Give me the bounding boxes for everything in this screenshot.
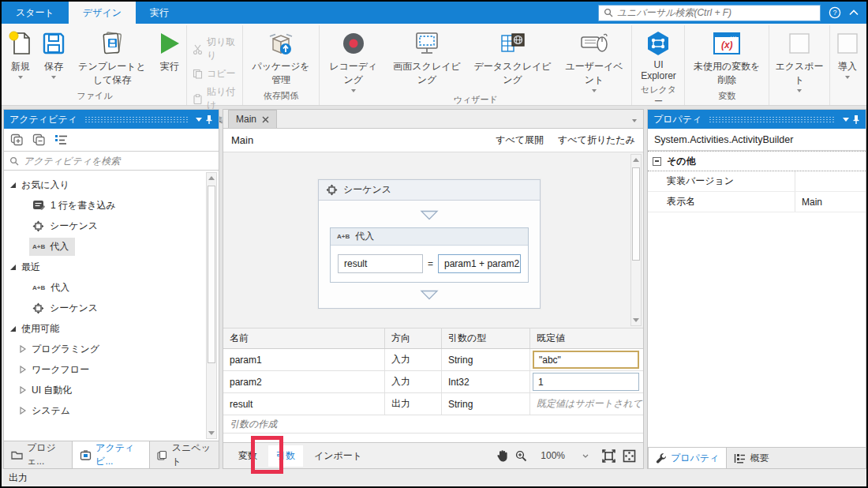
scroll-down-icon[interactable] <box>207 428 216 438</box>
tree-category-programming[interactable]: プログラミング <box>4 339 219 359</box>
output-label[interactable]: 出力 <box>9 471 28 485</box>
col-header-name[interactable]: 名前 <box>223 328 385 348</box>
user-events-button[interactable]: ユーザーイベント <box>562 29 626 92</box>
tree-category-ui-automation[interactable]: UI 自動化 <box>4 380 219 400</box>
sequence-header[interactable]: シーケンス <box>319 180 540 201</box>
ui-explorer-button[interactable]: UI Explorer <box>638 29 679 82</box>
assign-header[interactable]: A+B 代入 <box>331 228 528 246</box>
arg-direction[interactable]: 入力 <box>385 349 442 370</box>
create-argument-link[interactable]: 引数の作成 <box>223 415 643 434</box>
col-header-direction[interactable]: 方向 <box>385 328 442 348</box>
tree-item-write-line[interactable]: 1 行を書き込み <box>4 195 219 216</box>
assign-value-field[interactable]: param1 + param2.T <box>438 254 521 273</box>
tab-properties[interactable]: プロパティ <box>648 448 727 468</box>
tree-item-sequence[interactable]: シーケンス <box>4 216 219 236</box>
pin-icon[interactable] <box>205 114 213 125</box>
fit-to-screen-icon[interactable] <box>602 449 615 463</box>
col-header-default[interactable]: 既定値 <box>530 328 643 348</box>
tree-item-assign-selected[interactable]: A+B 代入 <box>4 236 219 257</box>
section-misc[interactable]: その他 <box>648 151 866 171</box>
tab-design[interactable]: デザイン <box>69 2 136 24</box>
chevron-down-icon[interactable] <box>196 118 202 122</box>
tree-item-assign[interactable]: A+B 代入 <box>4 277 219 298</box>
arg-direction[interactable]: 入力 <box>385 371 442 392</box>
collapse-all-link[interactable]: すべて折りたたみ <box>558 133 635 147</box>
tab-outline[interactable]: 概要 <box>727 448 776 468</box>
tree-category-available[interactable]: 使用可能 <box>4 318 219 339</box>
breadcrumb[interactable]: Main <box>231 134 253 146</box>
expand-all-link[interactable]: すべて展開 <box>496 133 544 147</box>
argument-row[interactable]: param2 入力 Int32 1 <box>223 371 643 393</box>
tab-start[interactable]: スタート <box>2 2 69 24</box>
pan-icon[interactable] <box>496 449 508 462</box>
property-value-field[interactable]: Main <box>795 192 866 212</box>
property-value-field[interactable] <box>795 171 866 191</box>
tree-category-system[interactable]: システム <box>4 400 219 421</box>
import-button[interactable]: 導入 <box>836 29 859 79</box>
tab-list-dropdown-icon[interactable] <box>632 119 637 122</box>
tab-snippets[interactable]: スニペット <box>150 441 219 468</box>
recording-button[interactable]: レコーディング <box>325 29 381 92</box>
argument-row[interactable]: result 出力 String 既定値はサポートされてい... <box>223 393 643 415</box>
zoom-level-select[interactable]: 100% <box>534 448 595 464</box>
run-button[interactable]: 実行 <box>159 29 181 73</box>
universal-search-input[interactable] <box>617 7 815 18</box>
tree-category-favorites[interactable]: お気に入り <box>4 175 219 195</box>
assign-activity[interactable]: A+B 代入 result = param1 + param2.T <box>330 227 529 283</box>
activities-search[interactable] <box>4 151 219 171</box>
collapse-section-icon[interactable] <box>653 157 661 166</box>
collapse-all-icon[interactable] <box>32 133 47 146</box>
arg-type[interactable]: String <box>442 349 530 370</box>
help-icon[interactable]: ? <box>829 6 841 19</box>
tab-project[interactable]: プロジェ... <box>4 441 72 468</box>
copy-button[interactable]: コピー <box>193 67 237 81</box>
arg-name[interactable]: param2 <box>223 371 385 392</box>
col-header-type[interactable]: 引数の型 <box>442 328 530 348</box>
tab-activities[interactable]: アクティビ... <box>72 441 150 468</box>
tree-item-sequence[interactable]: シーケンス <box>4 298 219 318</box>
universal-search[interactable] <box>598 5 821 21</box>
sequence-activity[interactable]: シーケンス A+B 代入 result = param <box>318 179 541 309</box>
pin-icon[interactable] <box>852 114 860 125</box>
arg-direction[interactable]: 出力 <box>385 393 442 415</box>
zoom-icon[interactable] <box>515 450 527 462</box>
data-scraping-button[interactable]: データスクレイピング <box>473 29 553 87</box>
argument-row[interactable]: param1 入力 String "abc" <box>223 349 643 371</box>
scrollbar-thumb[interactable] <box>208 186 215 363</box>
workflow-canvas[interactable]: シーケンス A+B 代入 result = param <box>223 152 643 328</box>
assign-to-field[interactable]: result <box>338 254 423 273</box>
arg-type[interactable]: Int32 <box>442 371 530 392</box>
imports-tab[interactable]: インポート <box>306 445 370 467</box>
close-icon[interactable] <box>262 116 269 123</box>
arg-default-field[interactable]: 1 <box>533 373 639 391</box>
save-button[interactable]: 保存 <box>42 29 65 79</box>
arg-default-field[interactable]: "abc" <box>533 351 639 369</box>
manage-packages-button[interactable]: パッケージを管理 <box>249 29 313 87</box>
tree-category-workflow[interactable]: ワークフロー <box>4 359 219 380</box>
scroll-down-icon[interactable] <box>631 315 641 325</box>
save-as-template-button[interactable]: テンプレートとして保存 <box>75 29 149 87</box>
cut-button[interactable]: 切り取り <box>193 36 237 62</box>
arg-name[interactable]: result <box>223 393 385 415</box>
activities-search-input[interactable] <box>24 156 213 167</box>
expand-all-icon[interactable] <box>10 133 24 146</box>
new-button[interactable]: 新規 <box>9 29 32 79</box>
document-tab-main[interactable]: Main <box>228 110 277 128</box>
scroll-up-icon[interactable] <box>207 173 216 183</box>
arg-type[interactable]: String <box>442 393 530 415</box>
tab-execute[interactable]: 実行 <box>136 2 183 24</box>
export-button[interactable]: エクスポート <box>775 29 824 92</box>
chevron-down-icon[interactable] <box>843 118 849 122</box>
tree-options-icon[interactable] <box>54 134 69 145</box>
scroll-up-icon[interactable] <box>631 155 641 165</box>
remove-unused-variables-button[interactable]: ... (x) 未使用の変数を削除 <box>690 29 763 87</box>
zoom-fit-icon[interactable] <box>623 449 636 463</box>
tree-scrollbar[interactable] <box>206 172 217 439</box>
screen-scraping-button[interactable]: 画面スクレイピング <box>391 29 462 87</box>
collapse-ribbon-icon[interactable] <box>849 9 859 16</box>
paste-button[interactable]: 貼り付け <box>193 85 237 112</box>
tree-category-recent[interactable]: 最近 <box>4 257 219 277</box>
scrollbar-thumb[interactable] <box>632 167 640 261</box>
canvas-scrollbar[interactable] <box>630 154 642 326</box>
arg-name[interactable]: param1 <box>223 349 385 370</box>
